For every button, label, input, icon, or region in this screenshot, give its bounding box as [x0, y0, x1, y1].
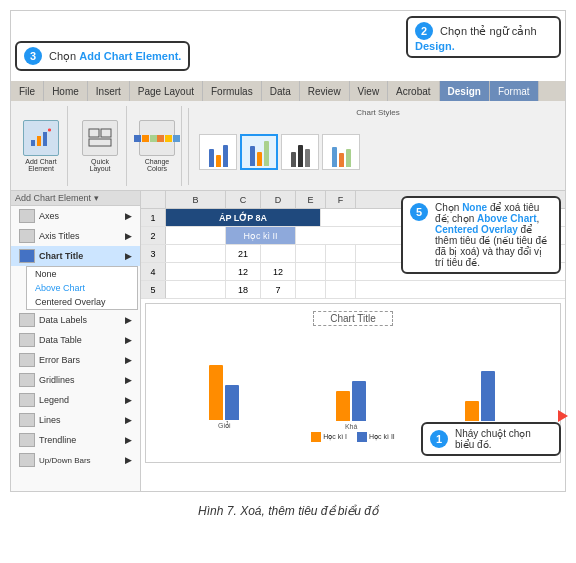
menu-item-trendline[interactable]: Trendline ▶ [11, 430, 140, 450]
row-num-5: 5 [141, 281, 166, 298]
menu-header: Add Chart Element ▾ [11, 191, 140, 206]
change-colors-button[interactable] [139, 120, 175, 156]
cell-3b [166, 245, 226, 262]
cell-4f [326, 263, 356, 280]
add-chart-element-button[interactable] [23, 120, 59, 156]
callout-5-text: Chọn None để xoá tiêu đề; chọn Above Cha… [435, 202, 552, 268]
kha-label: Khá [345, 423, 357, 430]
ribbon-content: Add Chart Element Quick Layout [11, 101, 565, 191]
col-header-c: C [226, 191, 261, 208]
kha-bars [336, 381, 366, 421]
submenu-centered-overlay[interactable]: Centered Overlay [27, 295, 137, 309]
chart-style-2[interactable] [240, 134, 278, 170]
axis-titles-label: Axis Titles [39, 231, 80, 241]
callout-num-1: 1 [430, 430, 448, 448]
tab-home[interactable]: Home [44, 81, 88, 101]
menu-item-chart-title[interactable]: Chart Title ▶ [11, 246, 140, 266]
tab-pagelayout[interactable]: Page Layout [130, 81, 203, 101]
legend-label: Legend [39, 395, 69, 405]
color-sq-lblue [173, 135, 180, 142]
figure-caption: Hình 7. Xoá, thêm tiêu đề biểu đồ [192, 498, 384, 524]
menu-item-gridlines[interactable]: Gridlines ▶ [11, 370, 140, 390]
tab-acrobat[interactable]: Acrobat [388, 81, 439, 101]
chart-style-4[interactable] [322, 134, 360, 170]
gioi-bar-2 [225, 385, 239, 420]
chart-title-text: Chart Title [313, 311, 393, 326]
error-bars-icon [19, 353, 35, 367]
svg-rect-1 [37, 136, 41, 146]
quick-layout-label: Quick Layout [80, 158, 120, 172]
chart-bars-container: Giỏi Khá [146, 330, 560, 430]
legend-hk2-color [357, 432, 367, 442]
menu-item-lines[interactable]: Lines ▶ [11, 410, 140, 430]
grid-row-5: 5 18 7 [141, 281, 565, 299]
cell-5d: 7 [261, 281, 296, 298]
callout-5-above: Above Chart [477, 213, 536, 224]
quick-layout-group: Quick Layout [74, 106, 127, 186]
submenu-none[interactable]: None [27, 267, 137, 281]
cell-5f [326, 281, 356, 298]
col-header-e: E [296, 191, 326, 208]
chart-title-submenu: None Above Chart Centered Overlay [26, 266, 138, 310]
row-num-4: 4 [141, 263, 166, 280]
add-chart-icon [29, 126, 53, 150]
main-container: 3 Chọn Add Chart Element. 2 Chọn thẻ ngữ… [10, 10, 566, 492]
callout-5-none: None [462, 202, 487, 213]
svg-rect-2 [43, 132, 47, 146]
tb-bar-1 [465, 401, 479, 421]
lines-icon [19, 413, 35, 427]
svg-rect-6 [101, 129, 111, 137]
callout-num-5: 5 [410, 203, 428, 221]
callout-5-content: 5 Chọn None để xoá tiêu đề; chọn Above C… [410, 202, 552, 268]
axis-titles-arrow: ▶ [125, 231, 132, 241]
row-num-3: 3 [141, 245, 166, 262]
menu-item-data-labels[interactable]: Data Labels ▶ [11, 310, 140, 330]
callout-3-highlight: Add Chart Element. [79, 50, 181, 62]
add-chart-label: Add Chart Element [21, 158, 61, 172]
cell-title: ÁP LỚP 8A [166, 209, 321, 226]
tab-review[interactable]: Review [300, 81, 350, 101]
tab-formulas[interactable]: Formulas [203, 81, 262, 101]
legend-hk2-label: Học kì II [369, 433, 395, 441]
color-sq-blue [134, 135, 141, 142]
chart-group-kha: Khá [336, 381, 366, 430]
legend-hk1-label: Học kì I [323, 433, 347, 441]
cell-3c: 21 [226, 245, 261, 262]
tab-design[interactable]: Design [440, 81, 490, 101]
legend-arrow: ▶ [125, 395, 132, 405]
color-sq-green [150, 135, 157, 142]
chart-title-label: Chart Title [39, 251, 83, 261]
chart-title-area[interactable]: Chart Title [146, 308, 560, 326]
tb-bar-2 [481, 371, 495, 421]
callout-5-centered: Centered Overlay [435, 224, 518, 235]
gioi-bar-1 [209, 365, 223, 420]
menu-item-axes[interactable]: Axes ▶ [11, 206, 140, 226]
quick-layout-button[interactable] [82, 120, 118, 156]
menu-item-updown-bars[interactable]: Up/Down Bars ▶ [11, 450, 140, 470]
change-colors-group: Change Colors [133, 106, 182, 186]
gioi-label: Giỏi [218, 422, 231, 430]
tab-insert[interactable]: Insert [88, 81, 130, 101]
lines-label: Lines [39, 415, 61, 425]
tab-data[interactable]: Data [262, 81, 300, 101]
menu-item-axis-titles[interactable]: Axis Titles ▶ [11, 226, 140, 246]
tab-format[interactable]: Format [490, 81, 539, 101]
cell-4e [296, 263, 326, 280]
menu-item-legend[interactable]: Legend ▶ [11, 390, 140, 410]
tab-view[interactable]: View [350, 81, 389, 101]
trendline-label: Trendline [39, 435, 76, 445]
legend-hk2: Học kì II [357, 432, 395, 442]
red-arrow-chart [558, 410, 568, 422]
axes-arrow: ▶ [125, 211, 132, 221]
chart-style-1[interactable] [199, 134, 237, 170]
change-colors-label: Change Colors [137, 158, 177, 172]
col-header-d: D [261, 191, 296, 208]
submenu-above-chart[interactable]: Above Chart [27, 281, 137, 295]
menu-item-data-table[interactable]: Data Table ▶ [11, 330, 140, 350]
callout-3: 3 Chọn Add Chart Element. [15, 41, 190, 71]
updown-bars-arrow: ▶ [125, 455, 132, 465]
menu-item-error-bars[interactable]: Error Bars ▶ [11, 350, 140, 370]
tab-file[interactable]: File [11, 81, 44, 101]
callout-1-content: 1 Nháy chuột chọn biểu đồ. [430, 428, 552, 450]
chart-style-3[interactable] [281, 134, 319, 170]
